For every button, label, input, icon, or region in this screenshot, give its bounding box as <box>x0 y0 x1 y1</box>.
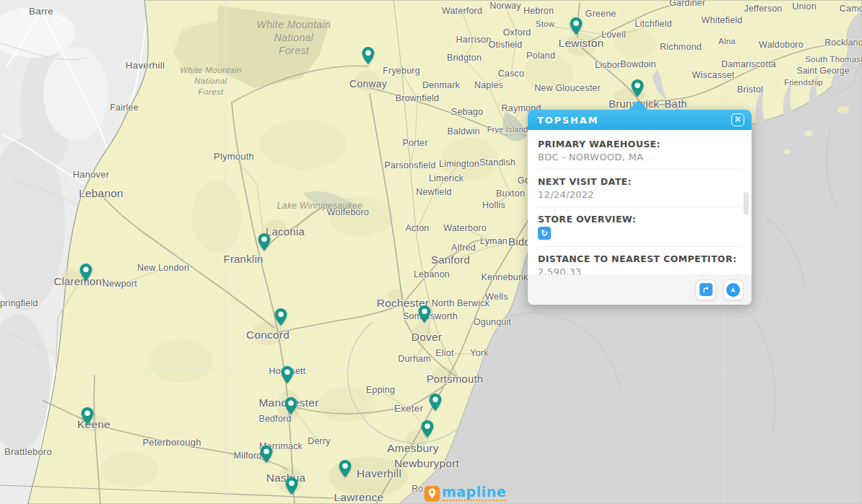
map-pin-icon <box>421 420 435 438</box>
location-popup: TOPSHAM × PRIMARY WAREHOUSE: BDC - NORWO… <box>528 110 752 305</box>
map-pin[interactable] <box>258 233 271 251</box>
map-pin[interactable] <box>274 308 288 326</box>
map-pin-icon <box>284 396 298 415</box>
map-pin[interactable] <box>339 459 352 478</box>
map-pin-icon <box>260 445 274 464</box>
map-pin[interactable] <box>418 305 432 323</box>
map-pin-icon <box>631 79 645 97</box>
mapline-pin-icon <box>425 486 440 501</box>
popup-header: TOPSHAM × <box>528 110 752 130</box>
map-pin-icon <box>81 407 95 425</box>
share-button[interactable] <box>695 279 716 300</box>
navigate-icon <box>726 283 740 297</box>
store-overview-link-icon[interactable]: ↻ <box>538 227 551 240</box>
divider <box>538 207 741 207</box>
map-pin-icon <box>362 46 375 65</box>
warehouse-value: BDC - NORWOOD, MA <box>538 152 741 162</box>
map-pin[interactable] <box>79 263 93 282</box>
map-pin[interactable] <box>570 17 583 35</box>
map-pin[interactable] <box>284 396 298 415</box>
popup-title: TOPSHAM <box>537 115 598 126</box>
share-icon <box>700 283 713 296</box>
map-pin-icon <box>570 17 583 35</box>
close-icon[interactable]: × <box>731 113 744 126</box>
distance-label: DISTANCE TO NEAREST COMPETITOR: <box>538 253 741 264</box>
popup-footer <box>528 274 752 305</box>
map-pin[interactable] <box>429 393 443 412</box>
map-pin[interactable] <box>421 420 435 438</box>
map-pin[interactable] <box>81 407 95 425</box>
map-canvas[interactable]: Barre Haverhill Fairlee Hanover Lebanon … <box>0 0 862 504</box>
divider <box>538 169 741 170</box>
warehouse-label: PRIMARY WAREHOUSE: <box>538 139 741 149</box>
map-pin-icon <box>79 263 93 282</box>
map-pin[interactable] <box>362 46 375 65</box>
visit-date-value: 12/24/2022 <box>538 189 741 200</box>
popup-body: PRIMARY WAREHOUSE: BDC - NORWOOD, MA NEX… <box>528 130 752 274</box>
map-pin[interactable] <box>281 365 295 384</box>
mapline-logo-text: mapline <box>442 485 506 501</box>
map-pin-icon <box>274 308 288 326</box>
map-pin-icon <box>281 365 295 384</box>
store-overview-label: STORE OVERVIEW: <box>538 214 741 225</box>
mapline-logo[interactable]: mapline <box>425 485 506 501</box>
map-pin[interactable] <box>285 477 299 495</box>
navigate-button[interactable] <box>723 279 744 300</box>
map-pin-icon <box>339 459 352 478</box>
distance-value: 2,590.33 <box>538 266 741 274</box>
popup-scrollbar[interactable] <box>744 192 749 215</box>
map-pin-icon <box>418 305 432 323</box>
divider <box>538 246 741 247</box>
visit-date-label: NEXT VISIT DATE: <box>538 176 741 187</box>
map-pin[interactable] <box>260 445 274 464</box>
map-pin[interactable] <box>631 79 645 97</box>
map-pin-icon <box>258 233 271 251</box>
map-pin-icon <box>429 393 443 412</box>
popup-pointer <box>627 100 649 110</box>
map-pin-icon <box>285 477 299 495</box>
